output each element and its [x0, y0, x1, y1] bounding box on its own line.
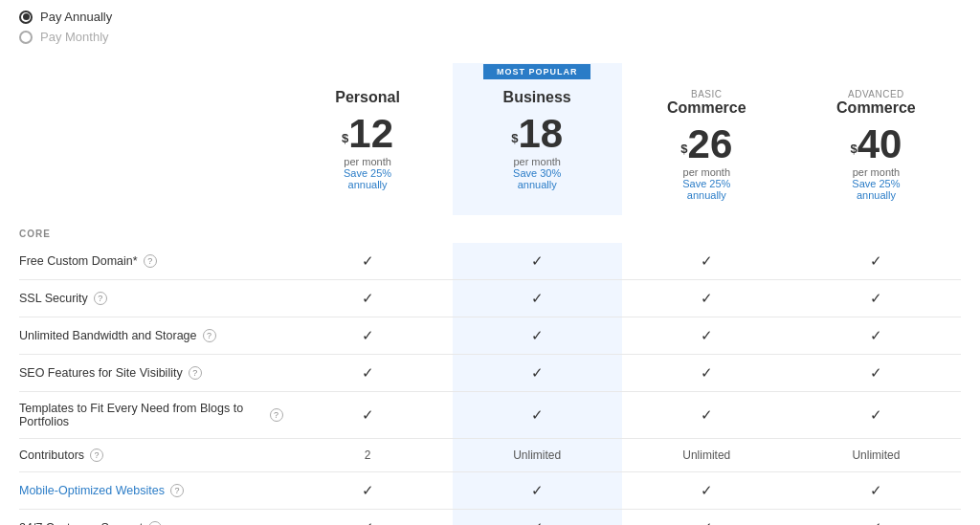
advanced-commerce-sub: ADVANCED	[801, 89, 951, 99]
feature-name: Templates to Fit Every Need from Blogs t…	[19, 402, 264, 428]
check-cell	[791, 510, 961, 526]
basic-commerce-price: $26	[632, 124, 782, 164]
feature-name: 24/7 Customer Support	[19, 521, 143, 525]
advanced-commerce-plan-header: ADVANCED Commerce $40 per month Save 25%…	[791, 79, 961, 215]
feature-name-cell: Free Custom Domain*?	[19, 243, 283, 280]
pay-monthly-option[interactable]: Pay Monthly	[19, 30, 961, 44]
advanced-amount: 40	[858, 121, 902, 166]
feature-row: Templates to Fit Every Need from Blogs t…	[19, 392, 961, 439]
business-plan-price: $18	[462, 114, 612, 154]
checkmark	[870, 252, 882, 269]
checkmark	[701, 252, 713, 269]
checkmark	[870, 327, 882, 343]
feature-name-cell: Mobile-Optimized Websites?	[19, 472, 283, 510]
billing-toggle: Pay Annually Pay Monthly	[19, 10, 961, 44]
checkmark	[870, 364, 882, 381]
help-icon[interactable]: ?	[203, 329, 216, 342]
basic-currency: $	[680, 142, 687, 156]
business-period: per month	[462, 156, 612, 167]
checkmark	[701, 327, 713, 343]
advanced-commerce-badge-cell	[791, 63, 961, 79]
feature-name-cell: Unlimited Bandwidth and Storage?	[19, 317, 283, 355]
feature-name-cell: SEO Features for Site Visibility?	[19, 355, 283, 392]
feature-name-cell: 24/7 Customer Support?	[19, 510, 283, 526]
checkmark	[531, 327, 544, 343]
check-cell	[453, 472, 622, 510]
checkmark	[362, 406, 374, 423]
checkmark	[531, 406, 544, 423]
check-cell	[283, 280, 453, 317]
help-icon[interactable]: ?	[94, 292, 107, 305]
pay-annually-label: Pay Annually	[40, 10, 112, 24]
feature-name: SSL Security	[19, 292, 88, 305]
personal-amount: 12	[348, 111, 393, 156]
help-icon[interactable]: ?	[170, 484, 184, 497]
checkmark	[701, 519, 713, 525]
checkmark	[701, 364, 713, 381]
value-cell: 2	[283, 439, 453, 472]
check-cell	[453, 355, 622, 392]
checkmark	[362, 364, 374, 381]
advanced-period: per month	[801, 166, 951, 178]
check-cell	[791, 280, 961, 317]
checkmark	[870, 519, 882, 525]
checkmark	[531, 482, 544, 498]
advanced-commerce-name: Commerce	[801, 99, 951, 117]
pay-monthly-radio[interactable]	[19, 31, 33, 44]
basic-commerce-name: Commerce	[632, 99, 782, 117]
basic-amount: 26	[688, 121, 733, 166]
feature-name: Contributors	[19, 448, 84, 462]
feature-col-header	[19, 79, 283, 215]
check-cell	[622, 243, 791, 280]
check-cell	[622, 355, 791, 392]
feature-row: Free Custom Domain*?	[19, 243, 961, 280]
feature-row: Unlimited Bandwidth and Storage?	[19, 317, 961, 355]
feature-name-cell: SSL Security?	[19, 280, 283, 317]
check-cell	[453, 510, 622, 526]
advanced-currency: $	[850, 142, 857, 156]
feature-name: SEO Features for Site Visibility	[19, 366, 183, 380]
business-badge-cell: MOST POPULAR	[453, 63, 622, 79]
pay-annually-option[interactable]: Pay Annually	[19, 10, 961, 24]
feature-row: Contributors?2UnlimitedUnlimitedUnlimite…	[19, 439, 961, 472]
pay-annually-radio[interactable]	[19, 11, 33, 24]
basic-period: per month	[632, 166, 782, 178]
basic-commerce-plan-header: BASIC Commerce $26 per month Save 25% an…	[622, 79, 791, 215]
check-cell	[283, 392, 453, 439]
checkmark	[701, 482, 713, 498]
help-icon[interactable]: ?	[144, 254, 157, 268]
check-cell	[453, 317, 622, 355]
feature-name: Unlimited Bandwidth and Storage	[19, 329, 197, 342]
checkmark	[362, 252, 374, 269]
help-icon[interactable]: ?	[270, 408, 283, 422]
checkmark	[531, 519, 544, 525]
check-cell	[622, 392, 791, 439]
help-icon[interactable]: ?	[148, 521, 162, 525]
personal-badge-cell	[283, 63, 453, 79]
check-cell	[283, 243, 453, 280]
section-label-cell: CORE	[19, 215, 961, 243]
check-cell	[453, 280, 622, 317]
help-icon[interactable]: ?	[189, 366, 202, 380]
most-popular-badge: MOST POPULAR	[483, 64, 591, 79]
check-cell	[622, 280, 791, 317]
checkmark	[531, 290, 544, 306]
help-icon[interactable]: ?	[90, 448, 103, 462]
badge-row: MOST POPULAR	[19, 63, 961, 79]
check-cell	[283, 317, 453, 355]
checkmark	[870, 482, 882, 498]
plan-header-row: Personal $12 per month Save 25% annually…	[19, 79, 961, 215]
section-label-row: CORE	[19, 215, 961, 243]
check-cell	[791, 317, 961, 355]
feature-name: Mobile-Optimized Websites	[19, 484, 165, 497]
pricing-table: MOST POPULAR Personal $12 per month Save…	[19, 63, 961, 525]
checkmark	[870, 290, 882, 306]
checkmark	[362, 290, 374, 306]
check-cell	[791, 392, 961, 439]
basic-save: Save 25% annually	[632, 178, 782, 201]
checkmark	[701, 406, 713, 423]
personal-plan-price: $12	[293, 114, 443, 154]
feature-row: SEO Features for Site Visibility?	[19, 355, 961, 392]
basic-commerce-sub: BASIC	[632, 89, 782, 99]
feature-row: 24/7 Customer Support?	[19, 510, 961, 526]
